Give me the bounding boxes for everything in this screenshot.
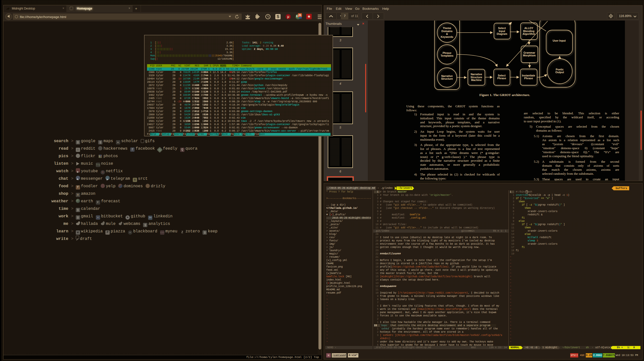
- svg-text:Narrative: Narrative: [441, 74, 453, 77]
- svg-text:Phrase: Phrase: [442, 51, 451, 54]
- svg-text:Phrase: Phrase: [497, 77, 506, 80]
- svg-text:Output: Output: [555, 71, 564, 74]
- svg-text:&: &: [446, 32, 448, 35]
- svg-text:Narrative: Narrative: [471, 73, 482, 76]
- svg-text:Templates: Templates: [440, 54, 453, 57]
- svg-text:Select: Select: [498, 74, 506, 77]
- svg-text:Domains: Domains: [441, 30, 453, 33]
- svg-text:Poetic: Poetic: [556, 68, 564, 71]
- svg-text:Grammar: Grammar: [524, 51, 535, 54]
- svg-text:ALLOY: ALLOY: [524, 27, 533, 30]
- svg-text:Diagram: Diagram: [497, 32, 507, 35]
- svg-text:Algorithm: Algorithm: [523, 32, 535, 35]
- svg-text:Keywords: Keywords: [441, 35, 453, 38]
- svg-text:Input: Input: [499, 30, 505, 33]
- svg-text:Phrase: Phrase: [524, 77, 533, 80]
- svg-text:User Input: User Input: [553, 39, 566, 42]
- svg-text:Instantiate: Instantiate: [522, 74, 535, 77]
- svg-text:Morphism: Morphism: [523, 54, 536, 57]
- svg-text:Structure: Structure: [471, 76, 482, 79]
- svg-text:Structure: Structure: [441, 77, 453, 80]
- svg-text:Machine: Machine: [471, 78, 482, 81]
- svg-text:Select: Select: [498, 27, 506, 30]
- svg-text:Theme: Theme: [443, 27, 451, 30]
- svg-text:Blending: Blending: [523, 30, 535, 33]
